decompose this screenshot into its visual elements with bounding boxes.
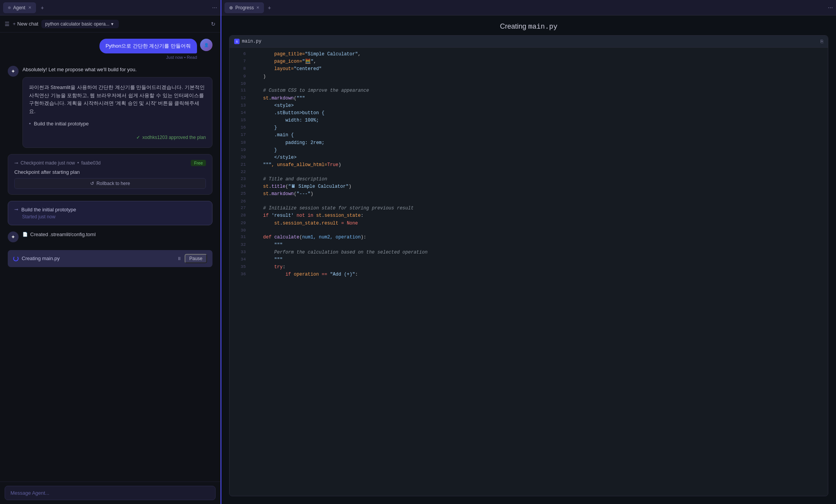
code-panel: Creating main.py S main.py ⎘ 6 page_titl… [221, 15, 836, 504]
code-line: 9 ) [230, 73, 828, 81]
code-line: 29 st.session_state.result = None [230, 220, 828, 227]
line-content: layout="centered" [252, 65, 322, 73]
pause-button[interactable]: Pause [185, 254, 207, 263]
line-content: } [252, 147, 277, 154]
line-content: } [252, 124, 277, 132]
line-number: 32 [234, 242, 246, 249]
code-line: 17 .main { [230, 132, 828, 139]
progress-tab[interactable]: ⊕ Progress ✕ [224, 2, 264, 13]
code-line: 30 [230, 227, 828, 234]
line-content: def calculate(num1, num2, operation): [252, 234, 366, 241]
code-line: 34 """ [230, 256, 828, 264]
code-editor[interactable]: S main.py ⎘ 6 page_title="Simple Calcula… [229, 35, 828, 496]
refresh-icon[interactable]: ↻ [211, 21, 216, 27]
streamlit-icon: S [234, 39, 240, 44]
right-new-tab-button[interactable]: + [266, 4, 273, 12]
conversation-title[interactable]: python calculator basic opera... ▾ [41, 20, 119, 28]
toolbar: ☰ + New chat python calculator basic ope… [0, 15, 220, 33]
creating-bar: Creating main.py ⏸ Pause [8, 250, 212, 267]
input-area: Message Agent... [0, 482, 220, 504]
chat-area: Python으로 간단한 계산기를 만들어줘 Just now • Read 👤… [0, 33, 220, 482]
line-number: 35 [234, 264, 246, 271]
free-badge: Free [191, 160, 206, 166]
plan-box: 파이썬과 Streamlit을 사용하여 간단한 계산기를 만들어드리겠습니다.… [22, 77, 212, 148]
line-number: 29 [234, 220, 246, 227]
line-number: 20 [234, 154, 246, 161]
plan-item: Build the initial prototype [29, 119, 206, 129]
title-text: python calculator basic opera... [45, 21, 110, 27]
progress-tab-icon: ⊕ [229, 5, 233, 10]
line-number: 7 [234, 58, 246, 65]
line-number: 19 [234, 147, 246, 154]
line-content: if operation == "Add (+)": [252, 271, 358, 278]
agent-icon: ✦ [8, 66, 19, 77]
line-content: st.markdown(""" [252, 95, 305, 102]
creating-right: ⏸ Pause [177, 254, 207, 263]
line-content: try: [252, 264, 285, 271]
code-content: 6 page_title="Simple Calculator",7 page_… [230, 48, 828, 281]
code-line: 31 def calculate(num1, num2, operation): [230, 234, 828, 241]
copy-icon[interactable]: ⎘ [821, 39, 823, 44]
line-number: 26 [234, 198, 246, 205]
code-line: 21 """, unsafe_allow_html=True) [230, 161, 828, 169]
new-chat-label: New chat [17, 21, 38, 27]
line-number: 33 [234, 249, 246, 256]
code-line: 15 width: 100%; [230, 117, 828, 124]
line-number: 30 [234, 227, 246, 234]
line-content: # Title and description [252, 176, 327, 183]
right-tab-bar: ⊕ Progress ✕ + ⋯ [221, 0, 836, 15]
code-line: 13 <style> [230, 102, 828, 110]
line-number: 14 [234, 110, 246, 117]
code-line: 36 if operation == "Add (+)": [230, 271, 828, 278]
chevron-down-icon: ▾ [111, 21, 113, 27]
creating-label: Creating main.py [22, 255, 60, 261]
tab-more-button[interactable]: ⋯ [212, 5, 217, 10]
agent-tab[interactable]: ⊕ Agent ✕ [3, 2, 36, 13]
progress-tab-close[interactable]: ✕ [256, 5, 259, 10]
new-chat-button[interactable]: + New chat [13, 21, 38, 27]
code-line: 22 [230, 169, 828, 176]
agent-tab-close[interactable]: ✕ [28, 5, 31, 10]
code-line: 26 [230, 198, 828, 205]
activity-text: 📄 Created .streamlit/config.toml [22, 231, 96, 237]
line-number: 25 [234, 190, 246, 198]
task-icon: ⊸ [14, 207, 18, 212]
agent-activity-row: ✦ 📄 Created .streamlit/config.toml [8, 231, 212, 242]
code-line: 23 # Title and description [230, 176, 828, 183]
code-line: 19 } [230, 147, 828, 154]
code-filename: main.py [242, 39, 261, 44]
task-subtitle: Started just now [14, 214, 206, 219]
line-content: st.title("🖩 Simple Calculator") [252, 183, 351, 190]
line-content: # Initialize session state for storing p… [252, 205, 414, 212]
approval-text: xodhks1203 approved the plan [142, 134, 206, 141]
code-line: 20 </style> [230, 154, 828, 161]
code-line: 16 } [230, 124, 828, 132]
checkpoint-label: Checkpoint made just now [21, 160, 75, 166]
line-number: 23 [234, 176, 246, 183]
code-line: 32 """ [230, 242, 828, 249]
line-content: <style> [252, 102, 294, 110]
line-content: page_icon="🧮", [252, 58, 316, 65]
message-input[interactable]: Message Agent... [5, 486, 216, 500]
creating-left: Creating main.py [13, 255, 60, 261]
code-line: 7 page_icon="🧮", [230, 58, 828, 65]
code-editor-header: S main.py ⎘ [230, 36, 828, 48]
line-number: 18 [234, 139, 246, 147]
right-tab-more-button[interactable]: ⋯ [828, 5, 833, 10]
approval-row: ✓ xodhks1203 approved the plan [29, 134, 206, 141]
line-number: 13 [234, 102, 246, 110]
code-line: 27 # Initialize session state for storin… [230, 205, 828, 212]
menu-icon[interactable]: ☰ [5, 21, 10, 27]
code-line: 28 if 'result' not in st.session_state: [230, 212, 828, 219]
line-number: 28 [234, 212, 246, 219]
code-line: 14 .stButton>button { [230, 110, 828, 117]
rollback-button[interactable]: ↺ Rollback to here [14, 178, 206, 189]
user-message-meta: Just now • Read [166, 55, 197, 60]
code-line: 35 try: [230, 264, 828, 271]
tab-bar: ⊕ Agent ✕ + ⋯ [0, 0, 220, 15]
user-bubble: Python으로 간단한 계산기를 만들어줘 [99, 39, 197, 53]
task-box: ⊸ Build the initial prototype Started ju… [8, 201, 212, 225]
new-tab-button[interactable]: + [38, 3, 47, 12]
plan-items-list: Build the initial prototype [29, 119, 206, 129]
left-panel: ⊕ Agent ✕ + ⋯ ☰ + New chat python calcul… [0, 0, 221, 504]
